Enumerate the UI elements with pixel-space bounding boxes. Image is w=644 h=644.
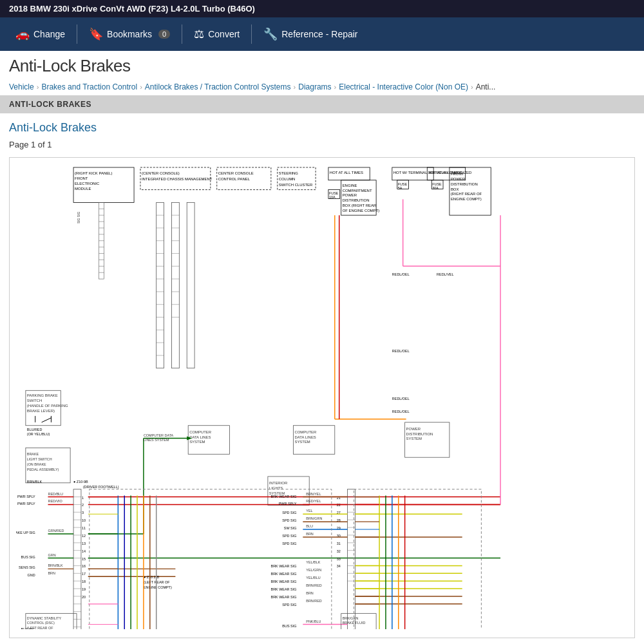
svg-text:1: 1 xyxy=(82,496,84,500)
svg-text:FRONT: FRONT xyxy=(451,172,464,176)
svg-text:OF ENGINE COMPT): OF ENGINE COMPT) xyxy=(343,209,380,213)
svg-text:LIGHT SWITCH: LIGHT SWITCH xyxy=(27,457,52,461)
svg-text:BLU/RED: BLU/RED xyxy=(27,428,43,431)
svg-text:GND: GND xyxy=(28,573,35,577)
svg-text:BRN/BLK: BRN/BLK xyxy=(48,564,63,567)
svg-text:15: 15 xyxy=(82,557,86,561)
svg-text:SPD SIG: SPD SIG xyxy=(282,518,296,522)
svg-text:14: 14 xyxy=(82,549,86,553)
breadcrumb: Vehicle › Brakes and Traction Control › … xyxy=(0,80,644,95)
breadcrumb-current: Anti... xyxy=(476,82,496,91)
svg-text:BRN/RED: BRN/RED xyxy=(306,583,322,587)
svg-text:(ON BRAKE: (ON BRAKE xyxy=(27,462,46,466)
svg-text:GRN: GRN xyxy=(48,553,55,557)
svg-text:DISTRIBUTION: DISTRIBUTION xyxy=(451,182,478,186)
svg-text:COMPUTER: COMPUTER xyxy=(189,430,211,434)
breadcrumb-antilock[interactable]: Antilock Brakes / Traction Control Syste… xyxy=(145,82,291,91)
svg-text:34: 34 xyxy=(337,564,341,568)
svg-text:SWITCH CLUSTER: SWITCH CLUSTER xyxy=(279,183,313,187)
svg-text:LINES SYSTEM: LINES SYSTEM xyxy=(144,438,169,442)
page-title-bar: Anti-Lock Brakes xyxy=(0,51,644,80)
svg-text:COLUMN: COLUMN xyxy=(279,177,296,181)
svg-text:BRK WEAR SIG: BRK WEAR SIG xyxy=(271,580,297,583)
svg-text:MODULE: MODULE xyxy=(75,187,91,191)
svg-text:COMPUTER DATA: COMPUTER DATA xyxy=(144,433,174,437)
svg-text:ENGINE COMPT): ENGINE COMPT) xyxy=(144,585,172,589)
svg-text:SENS SIG: SENS SIG xyxy=(19,565,35,569)
nav-toolbar: 🚗 Change 🔖 Bookmarks 0 ⚖ Convert 🔧 Refer… xyxy=(0,17,644,51)
svg-text:BRK WEAR SIG: BRK WEAR SIG xyxy=(271,564,297,568)
svg-text:STEERING: STEERING xyxy=(279,171,299,175)
divider-3 xyxy=(251,24,252,44)
svg-text:SWITCH: SWITCH xyxy=(27,399,42,402)
svg-text:POWER: POWER xyxy=(343,193,357,197)
svg-text:DISTRIBUTION: DISTRIBUTION xyxy=(406,432,433,436)
svg-text:SPD SIG: SPD SIG xyxy=(282,534,296,538)
svg-text:BUS SIG: BUS SIG xyxy=(282,624,296,628)
svg-text:PWR SPLY: PWR SPLY xyxy=(279,502,297,506)
bookmarks-button[interactable]: 🔖 Bookmarks 0 xyxy=(80,22,179,46)
svg-text:PARKING BRAKE: PARKING BRAKE xyxy=(27,393,58,397)
convert-button[interactable]: ⚖ Convert xyxy=(185,22,249,46)
svg-text:SIG: SIG xyxy=(77,218,80,223)
svg-text:GRN/RED: GRN/RED xyxy=(48,529,64,533)
car-icon: 🚗 xyxy=(15,27,30,41)
svg-text:22: 22 xyxy=(337,503,341,507)
svg-text:WAKE UP SIG: WAKE UP SIG xyxy=(16,531,35,535)
svg-text:SYSTEM: SYSTEM xyxy=(406,437,422,440)
svg-text:(DRIVER FOOTWELL): (DRIVER FOOTWELL) xyxy=(83,485,119,489)
svg-text:SYSTEM: SYSTEM xyxy=(294,440,310,444)
svg-text:● Z10 2-B: ● Z10 2-B xyxy=(144,575,160,579)
svg-text:2: 2 xyxy=(82,503,84,507)
svg-text:BRAKE: BRAKE xyxy=(27,452,39,456)
svg-text:● Z10-9B: ● Z10-9B xyxy=(73,480,88,484)
diagram-container[interactable]: (RIGHT KICK PANEL) FRONT ELECTRONIC MODU… xyxy=(9,157,635,638)
breadcrumb-diagrams[interactable]: Diagrams xyxy=(298,82,331,91)
svg-text:SIG: SIG xyxy=(77,211,80,217)
svg-text:12: 12 xyxy=(82,534,86,538)
breadcrumb-vehicle[interactable]: Vehicle xyxy=(9,82,34,91)
svg-text:30A: 30A xyxy=(432,186,439,190)
svg-text:(OR YEL/BLU): (OR YEL/BLU) xyxy=(27,432,50,436)
svg-text:PEDAL ASSEMBLY): PEDAL ASSEMBLY) xyxy=(27,468,59,471)
svg-text:SPD SIG: SPD SIG xyxy=(282,511,296,515)
svg-text:REDL/OEL: REDL/OEL xyxy=(392,410,410,413)
svg-text:(HANDLE OF PARKING: (HANDLE OF PARKING xyxy=(27,404,68,408)
svg-text:3: 3 xyxy=(82,511,84,515)
breadcrumb-brakes[interactable]: Brakes and Traction Control xyxy=(41,82,137,91)
divider-1 xyxy=(77,24,77,44)
svg-text:DATA LINES: DATA LINES xyxy=(294,435,316,439)
content-area: Anti-Lock Brakes Page 1 of 1 (RIGHT KICK… xyxy=(0,121,644,638)
svg-text:BLU: BLU xyxy=(306,524,313,528)
svg-text:BOX: BOX xyxy=(451,187,459,191)
svg-text:BOX (RIGHT REAR: BOX (RIGHT REAR xyxy=(343,204,377,207)
svg-text:(RIGHT REAR OF: (RIGHT REAR OF xyxy=(451,192,482,196)
svg-text:ELECTRONIC: ELECTRONIC xyxy=(75,182,100,185)
breadcrumb-electrical[interactable]: Electrical - Interactive Color (Non OE) xyxy=(339,82,468,91)
svg-text:BRK WEAR SIG: BRK WEAR SIG xyxy=(271,495,297,498)
svg-text:(RIGHT KICK PANEL): (RIGHT KICK PANEL) xyxy=(75,171,112,175)
svg-text:BRAKE LEVER): BRAKE LEVER) xyxy=(27,409,55,413)
reference-repair-button[interactable]: 🔧 Reference - Repair xyxy=(254,22,366,46)
svg-text:YEL/BLK: YEL/BLK xyxy=(306,560,320,564)
scale-icon: ⚖ xyxy=(194,27,204,41)
svg-text:REDL/OEL: REDL/OEL xyxy=(392,397,410,401)
svg-text:LIGHTS: LIGHTS xyxy=(269,486,283,490)
bookmarks-badge: 0 xyxy=(158,30,170,39)
svg-text:INTERIOR: INTERIOR xyxy=(269,481,287,485)
svg-text:DYNAMIC STABILITY: DYNAMIC STABILITY xyxy=(27,616,62,620)
svg-rect-0 xyxy=(16,164,628,629)
svg-text:(LEFT REAR OF: (LEFT REAR OF xyxy=(144,580,170,584)
svg-text:CONTROL (DSC): CONTROL (DSC) xyxy=(27,621,55,625)
change-button[interactable]: 🚗 Change xyxy=(6,22,74,46)
sep-4: › xyxy=(334,83,337,91)
svg-text:INTEGRATED CHASSIS MANAGEMENT: INTEGRATED CHASSIS MANAGEMENT xyxy=(142,177,213,181)
svg-text:CENTER CONSOLE: CENTER CONSOLE xyxy=(218,171,254,175)
svg-text:ENGINE COMPT): ENGINE COMPT) xyxy=(451,197,482,201)
svg-text:33: 33 xyxy=(337,557,341,561)
svg-text:SPD SIG: SPD SIG xyxy=(282,603,296,607)
page-info: Page 1 of 1 xyxy=(9,140,635,149)
svg-text:DISTRIBUTION: DISTRIBUTION xyxy=(343,198,370,202)
svg-text:PWR SPLY: PWR SPLY xyxy=(17,495,35,498)
svg-text:REDL/OEL: REDL/OEL xyxy=(392,349,410,353)
